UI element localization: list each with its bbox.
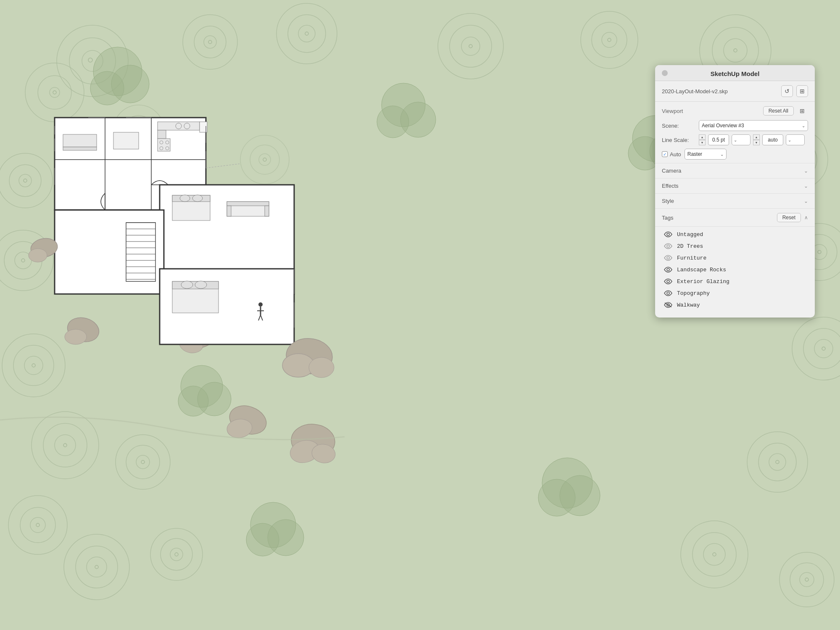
tags-reset-button[interactable]: Reset — [777, 213, 801, 222]
line-scale-value[interactable]: 0.5 pt — [708, 134, 729, 145]
camera-label: Camera — [662, 168, 681, 174]
line-scale-arrow-icon: ⌄ — [734, 138, 737, 142]
line-scale-controls: ▲ ▼ 0.5 pt ⌄ ▲ ▼ auto ⌄ — [699, 134, 805, 145]
filename-row: 2020-LayOut-Model-v2.skp ↺ ⊞ — [655, 81, 815, 102]
tag-item[interactable]: Landscape Rocks — [655, 264, 815, 276]
svg-point-190 — [667, 292, 669, 294]
effects-label: Effects — [662, 183, 679, 189]
line-scale-stepper2[interactable]: ▲ ▼ — [753, 134, 760, 145]
eye-visibility-icon[interactable] — [664, 302, 673, 308]
tag-name-label: Landscape Rocks — [677, 267, 726, 273]
viewport-label: Viewport — [662, 108, 683, 114]
svg-point-160 — [195, 281, 207, 289]
style-header[interactable]: Style ⌄ — [655, 194, 815, 208]
refresh-button[interactable]: ↺ — [781, 85, 793, 97]
link-button[interactable]: ⊞ — [796, 85, 808, 97]
svg-rect-150 — [172, 195, 210, 202]
svg-point-186 — [667, 245, 669, 247]
tags-list: Untagged 2D Trees Furniture Landscape Ro… — [655, 227, 815, 312]
tag-item[interactable]: Untagged — [655, 228, 815, 240]
auto-row: ✓ Auto Raster ⌄ — [662, 149, 808, 160]
tag-name-label: Furniture — [677, 255, 706, 261]
line-scale-row: Line Scale: ▲ ▼ 0.5 pt ⌄ ▲ ▼ auto — [662, 134, 808, 145]
svg-rect-137 — [63, 147, 97, 150]
svg-point-98 — [377, 106, 409, 138]
stepper-down[interactable]: ▼ — [699, 140, 706, 145]
tags-section: Tags Reset ∧ Untagged 2D Trees Furniture… — [655, 209, 815, 312]
svg-line-161 — [206, 164, 240, 168]
tag-item[interactable]: Walkway — [655, 299, 815, 311]
svg-rect-154 — [227, 202, 269, 206]
panel-dot — [662, 70, 668, 76]
svg-point-151 — [180, 195, 190, 202]
svg-rect-155 — [227, 206, 231, 216]
reset-all-button[interactable]: Reset All — [763, 106, 794, 116]
auto-checkbox[interactable]: ✓ — [662, 151, 668, 157]
line-scale-auto-value[interactable]: auto — [762, 134, 783, 145]
viewport-copy-button[interactable]: ⊞ — [796, 105, 808, 117]
svg-point-188 — [667, 268, 669, 271]
tag-item[interactable]: 2D Trees — [655, 240, 815, 252]
tag-name-label: Walkway — [677, 302, 700, 308]
camera-section: Camera ⌄ — [655, 163, 815, 178]
eye-visibility-icon[interactable] — [664, 243, 673, 249]
auto-arrow-icon: ⌄ — [788, 138, 791, 142]
viewport-section: Viewport Reset All ⊞ Scene: Aerial Overv… — [655, 102, 815, 163]
style-arrow-icon: ⌄ — [804, 198, 808, 204]
scene-select[interactable]: Aerial Overview #3 ⌄ — [699, 120, 808, 131]
sketchup-model-panel: SketchUp Model 2020-LayOut-Model-v2.skp … — [655, 65, 815, 318]
svg-rect-138 — [113, 132, 139, 149]
style-label: Style — [662, 198, 674, 204]
tag-item[interactable]: Furniture — [655, 252, 815, 264]
panel-icon-group: ↺ ⊞ — [781, 85, 808, 97]
line-scale-dropdown[interactable]: ⌄ — [732, 134, 750, 145]
svg-rect-144 — [158, 139, 170, 151]
style-section: Style ⌄ — [655, 194, 815, 209]
svg-rect-156 — [265, 206, 269, 216]
viewport-row: Viewport Reset All ⊞ — [662, 105, 808, 117]
stepper2-up[interactable]: ▲ — [753, 134, 760, 140]
floorplan-drawing — [21, 42, 349, 412]
auto-dropdown[interactable]: ⌄ — [786, 134, 805, 145]
render-select[interactable]: Raster ⌄ — [685, 149, 727, 160]
svg-rect-136 — [63, 134, 97, 147]
svg-point-107 — [246, 523, 279, 556]
render-value: Raster — [687, 151, 702, 157]
svg-point-110 — [538, 479, 575, 516]
auto-label: Auto — [670, 151, 681, 158]
render-arrow-icon: ⌄ — [720, 152, 724, 157]
svg-point-187 — [667, 257, 669, 259]
camera-arrow-icon: ⌄ — [804, 168, 808, 174]
line-scale-stepper[interactable]: ▲ ▼ — [699, 134, 706, 145]
tag-name-label: 2D Trees — [677, 243, 703, 249]
svg-point-189 — [667, 280, 669, 283]
eye-visibility-icon[interactable] — [664, 255, 673, 261]
scene-label: Scene: — [662, 123, 695, 129]
auto-checkbox-wrap[interactable]: ✓ Auto — [662, 151, 681, 158]
line-scale-label: Line Scale: — [662, 137, 695, 143]
scene-arrow-icon: ⌄ — [802, 123, 805, 128]
stepper-up[interactable]: ▲ — [699, 134, 706, 140]
svg-point-173 — [258, 302, 263, 307]
svg-rect-140 — [158, 130, 166, 139]
stepper2-down[interactable]: ▼ — [753, 140, 760, 145]
scene-value: Aerial Overview #3 — [702, 123, 744, 129]
tags-controls: Reset ∧ — [777, 213, 808, 222]
tag-item[interactable]: Exterior Glazing — [655, 276, 815, 287]
eye-visibility-icon[interactable] — [664, 290, 673, 297]
svg-point-181 — [65, 329, 87, 344]
tags-header: Tags Reset ∧ — [655, 209, 815, 227]
filename-label: 2020-LayOut-Model-v2.skp — [662, 88, 728, 94]
eye-visibility-icon[interactable] — [664, 278, 673, 285]
camera-header[interactable]: Camera ⌄ — [655, 163, 815, 178]
tag-item[interactable]: Topography — [655, 287, 815, 299]
svg-point-184 — [309, 357, 334, 378]
eye-visibility-icon[interactable] — [664, 266, 673, 273]
svg-point-185 — [667, 233, 669, 236]
effects-header[interactable]: Effects ⌄ — [655, 178, 815, 193]
tag-name-label: Untagged — [677, 231, 703, 238]
eye-visibility-icon[interactable] — [664, 231, 673, 238]
tag-name-label: Exterior Glazing — [677, 278, 729, 285]
panel-title: SketchUp Model — [711, 70, 760, 77]
svg-point-152 — [192, 195, 203, 202]
